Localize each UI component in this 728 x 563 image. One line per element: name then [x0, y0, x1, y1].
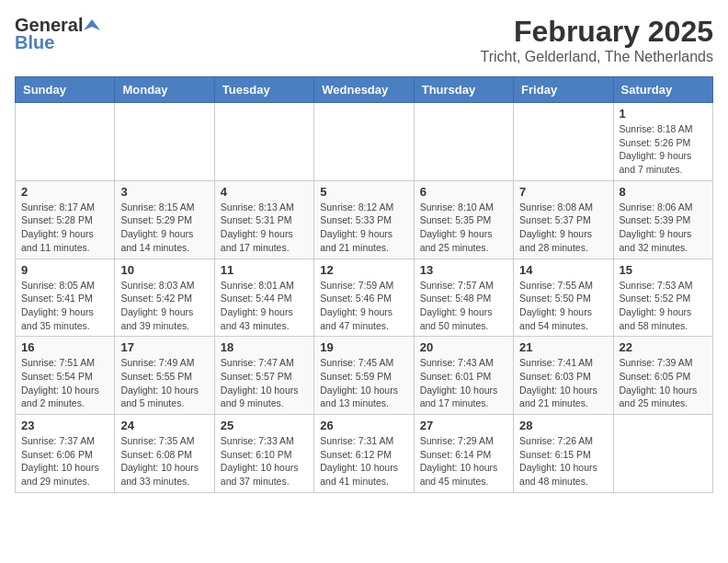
day-detail: Sunrise: 8:01 AM Sunset: 5:44 PM Dayligh… [221, 279, 308, 333]
day-number: 14 [519, 263, 607, 277]
calendar-cell [514, 103, 613, 181]
svg-marker-0 [84, 19, 100, 30]
day-number: 20 [420, 340, 507, 354]
day-detail: Sunrise: 7:29 AM Sunset: 6:14 PM Dayligh… [420, 434, 507, 488]
calendar-cell: 6Sunrise: 8:10 AM Sunset: 5:35 PM Daylig… [414, 180, 513, 259]
calendar-cell: 12Sunrise: 7:59 AM Sunset: 5:46 PM Dayli… [314, 259, 414, 337]
day-number: 19 [320, 340, 407, 354]
day-detail: Sunrise: 7:43 AM Sunset: 6:01 PM Dayligh… [420, 356, 507, 410]
day-number: 13 [420, 263, 507, 277]
day-number: 22 [620, 340, 707, 354]
calendar-cell: 7Sunrise: 8:08 AM Sunset: 5:37 PM Daylig… [514, 180, 613, 259]
day-detail: Sunrise: 7:31 AM Sunset: 6:12 PM Dayligh… [320, 434, 407, 488]
day-detail: Sunrise: 7:59 AM Sunset: 5:46 PM Dayligh… [320, 279, 407, 333]
page-title: February 2025 [481, 15, 713, 49]
day-detail: Sunrise: 7:26 AM Sunset: 6:15 PM Dayligh… [519, 434, 607, 488]
calendar-cell: 10Sunrise: 8:03 AM Sunset: 5:42 PM Dayli… [115, 259, 214, 337]
day-number: 4 [221, 185, 308, 199]
day-detail: Sunrise: 7:39 AM Sunset: 6:05 PM Dayligh… [620, 356, 707, 410]
calendar-cell: 4Sunrise: 8:13 AM Sunset: 5:31 PM Daylig… [214, 180, 313, 259]
day-number: 3 [120, 185, 208, 199]
day-number: 12 [320, 263, 407, 277]
day-detail: Sunrise: 8:15 AM Sunset: 5:29 PM Dayligh… [120, 201, 208, 255]
calendar-cell: 22Sunrise: 7:39 AM Sunset: 6:05 PM Dayli… [613, 337, 712, 415]
day-number: 9 [21, 263, 108, 277]
day-detail: Sunrise: 8:05 AM Sunset: 5:41 PM Dayligh… [21, 279, 108, 333]
calendar-week-5: 23Sunrise: 7:37 AM Sunset: 6:06 PM Dayli… [16, 415, 713, 493]
day-number: 27 [420, 419, 507, 432]
calendar-cell: 8Sunrise: 8:06 AM Sunset: 5:39 PM Daylig… [613, 180, 712, 259]
weekday-header-wednesday: Wednesday [314, 77, 414, 103]
calendar-header-row: SundayMondayTuesdayWednesdayThursdayFrid… [16, 77, 713, 103]
day-detail: Sunrise: 7:55 AM Sunset: 5:50 PM Dayligh… [519, 279, 607, 333]
weekday-header-friday: Friday [514, 77, 613, 103]
day-detail: Sunrise: 7:41 AM Sunset: 6:03 PM Dayligh… [519, 356, 607, 410]
calendar-cell: 1Sunrise: 8:18 AM Sunset: 5:26 PM Daylig… [613, 103, 712, 181]
day-number: 24 [120, 419, 208, 432]
header: General Blue February 2025 Tricht, Gelde… [15, 15, 713, 65]
weekday-header-monday: Monday [115, 77, 214, 103]
calendar-cell: 26Sunrise: 7:31 AM Sunset: 6:12 PM Dayli… [314, 415, 414, 493]
day-detail: Sunrise: 8:03 AM Sunset: 5:42 PM Dayligh… [120, 279, 208, 333]
day-number: 1 [620, 107, 707, 121]
logo: General Blue [15, 15, 101, 53]
weekday-header-tuesday: Tuesday [214, 77, 313, 103]
day-detail: Sunrise: 7:53 AM Sunset: 5:52 PM Dayligh… [620, 279, 707, 333]
day-number: 5 [320, 185, 407, 199]
calendar-cell: 9Sunrise: 8:05 AM Sunset: 5:41 PM Daylig… [16, 259, 115, 337]
calendar-week-1: 1Sunrise: 8:18 AM Sunset: 5:26 PM Daylig… [16, 103, 713, 181]
calendar-cell [414, 103, 513, 181]
page-subtitle: Tricht, Gelderland, The Netherlands [481, 49, 713, 65]
calendar-cell: 5Sunrise: 8:12 AM Sunset: 5:33 PM Daylig… [314, 180, 414, 259]
calendar-week-2: 2Sunrise: 8:17 AM Sunset: 5:28 PM Daylig… [16, 180, 713, 259]
calendar-cell: 27Sunrise: 7:29 AM Sunset: 6:14 PM Dayli… [414, 415, 513, 493]
day-number: 21 [519, 340, 607, 354]
day-detail: Sunrise: 7:45 AM Sunset: 5:59 PM Dayligh… [320, 356, 407, 410]
calendar-week-3: 9Sunrise: 8:05 AM Sunset: 5:41 PM Daylig… [16, 259, 713, 337]
calendar-table: SundayMondayTuesdayWednesdayThursdayFrid… [15, 76, 713, 493]
calendar-cell: 15Sunrise: 7:53 AM Sunset: 5:52 PM Dayli… [613, 259, 712, 337]
calendar-cell: 13Sunrise: 7:57 AM Sunset: 5:48 PM Dayli… [414, 259, 513, 337]
day-number: 8 [620, 185, 707, 199]
day-number: 28 [519, 419, 607, 432]
day-number: 23 [21, 419, 108, 432]
calendar-cell: 20Sunrise: 7:43 AM Sunset: 6:01 PM Dayli… [414, 337, 513, 415]
day-detail: Sunrise: 8:17 AM Sunset: 5:28 PM Dayligh… [21, 201, 108, 255]
day-number: 26 [320, 419, 407, 432]
calendar-cell: 24Sunrise: 7:35 AM Sunset: 6:08 PM Dayli… [115, 415, 214, 493]
title-area: February 2025 Tricht, Gelderland, The Ne… [481, 15, 713, 65]
day-detail: Sunrise: 7:47 AM Sunset: 5:57 PM Dayligh… [221, 356, 308, 410]
calendar-cell [16, 103, 115, 181]
day-detail: Sunrise: 8:08 AM Sunset: 5:37 PM Dayligh… [519, 201, 607, 255]
day-number: 11 [221, 263, 308, 277]
calendar-cell: 14Sunrise: 7:55 AM Sunset: 5:50 PM Dayli… [514, 259, 613, 337]
day-number: 10 [120, 263, 208, 277]
day-detail: Sunrise: 7:37 AM Sunset: 6:06 PM Dayligh… [21, 434, 108, 488]
calendar-cell: 21Sunrise: 7:41 AM Sunset: 6:03 PM Dayli… [514, 337, 613, 415]
calendar-cell: 3Sunrise: 8:15 AM Sunset: 5:29 PM Daylig… [115, 180, 214, 259]
day-detail: Sunrise: 7:35 AM Sunset: 6:08 PM Dayligh… [120, 434, 208, 488]
calendar-cell: 16Sunrise: 7:51 AM Sunset: 5:54 PM Dayli… [16, 337, 115, 415]
day-number: 16 [21, 340, 108, 354]
calendar-cell [214, 103, 313, 181]
calendar-cell: 2Sunrise: 8:17 AM Sunset: 5:28 PM Daylig… [16, 180, 115, 259]
weekday-header-thursday: Thursday [414, 77, 513, 103]
day-detail: Sunrise: 8:10 AM Sunset: 5:35 PM Dayligh… [420, 201, 507, 255]
day-detail: Sunrise: 7:57 AM Sunset: 5:48 PM Dayligh… [420, 279, 507, 333]
calendar-cell [314, 103, 414, 181]
calendar-cell: 18Sunrise: 7:47 AM Sunset: 5:57 PM Dayli… [214, 337, 313, 415]
day-detail: Sunrise: 7:33 AM Sunset: 6:10 PM Dayligh… [221, 434, 308, 488]
day-number: 2 [21, 185, 108, 199]
day-detail: Sunrise: 8:06 AM Sunset: 5:39 PM Dayligh… [620, 201, 707, 255]
logo-blue-text: Blue [15, 32, 54, 53]
day-number: 17 [120, 340, 208, 354]
calendar-week-4: 16Sunrise: 7:51 AM Sunset: 5:54 PM Dayli… [16, 337, 713, 415]
calendar-cell: 23Sunrise: 7:37 AM Sunset: 6:06 PM Dayli… [16, 415, 115, 493]
calendar-cell: 11Sunrise: 8:01 AM Sunset: 5:44 PM Dayli… [214, 259, 313, 337]
day-detail: Sunrise: 7:49 AM Sunset: 5:55 PM Dayligh… [120, 356, 208, 410]
calendar-cell: 19Sunrise: 7:45 AM Sunset: 5:59 PM Dayli… [314, 337, 414, 415]
weekday-header-sunday: Sunday [16, 77, 115, 103]
day-detail: Sunrise: 8:13 AM Sunset: 5:31 PM Dayligh… [221, 201, 308, 255]
logo-bird-icon [84, 17, 100, 34]
day-detail: Sunrise: 7:51 AM Sunset: 5:54 PM Dayligh… [21, 356, 108, 410]
